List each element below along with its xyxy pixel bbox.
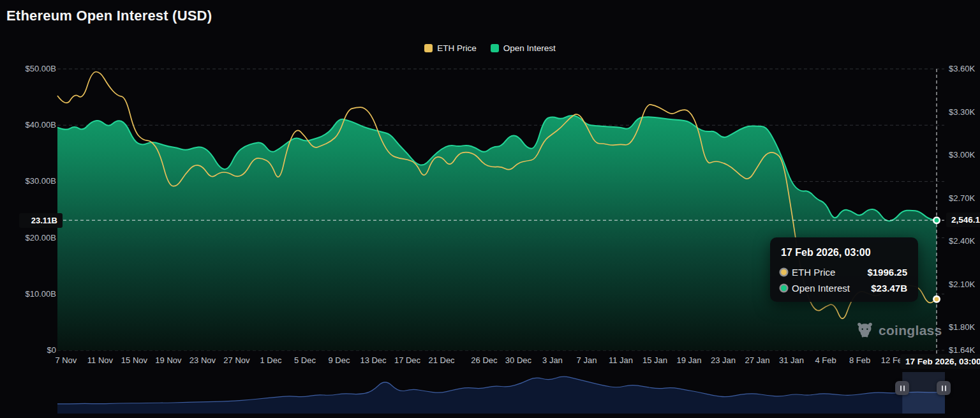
x-axis-label: 3 Jan bbox=[542, 355, 563, 365]
x-axis-label: 11 Jan bbox=[609, 355, 633, 365]
legend-label: ETH Price bbox=[437, 43, 477, 53]
crosshair-left-badge: 23.11B bbox=[19, 213, 63, 228]
x-axis-label: 5 Dec bbox=[294, 355, 316, 365]
y-axis-left-label: $30.00B bbox=[5, 177, 56, 186]
tooltip-series-value: $23.47B bbox=[871, 283, 907, 294]
legend-swatch-icon bbox=[424, 44, 433, 52]
tooltip-date: 17 Feb 2026, 03:00 bbox=[781, 247, 907, 258]
y-axis-right-label: $3.00K bbox=[949, 151, 975, 160]
tooltip-series-label: Open Interest bbox=[792, 283, 850, 294]
chart-tooltip: 17 Feb 2026, 03:00 ETH Price$1996.25Open… bbox=[770, 237, 918, 302]
legend: ETH PriceOpen Interest bbox=[0, 43, 980, 53]
tooltip-series-dot-icon bbox=[781, 269, 787, 275]
legend-item-open-interest[interactable]: Open Interest bbox=[491, 43, 556, 53]
x-axis-label: 13 Dec bbox=[360, 355, 386, 365]
tooltip-series-value: $1996.25 bbox=[867, 267, 907, 278]
legend-swatch-icon bbox=[491, 44, 499, 52]
crosshair-right-badge: 2,546.15 bbox=[946, 213, 980, 227]
x-axis-label: 15 Jan bbox=[642, 355, 667, 365]
x-axis-label: 27 Jan bbox=[745, 355, 770, 365]
x-axis-label: 9 Dec bbox=[329, 355, 350, 365]
navigator-left-handle[interactable] bbox=[895, 381, 909, 395]
navigator-right-handle[interactable] bbox=[937, 381, 951, 395]
y-axis-right-label: $2.10K bbox=[949, 280, 975, 289]
y-axis-left-label: $40.00B bbox=[5, 121, 56, 130]
legend-label: Open Interest bbox=[503, 43, 556, 53]
coinglass-watermark: coinglass bbox=[856, 322, 942, 339]
x-axis-label: 17 Dec bbox=[394, 355, 420, 365]
tooltip-row: ETH Price$1996.25 bbox=[781, 267, 907, 278]
legend-item-eth-price[interactable]: ETH Price bbox=[424, 43, 477, 53]
coinglass-mascot-icon bbox=[856, 322, 873, 339]
x-axis-label: 23 Jan bbox=[711, 355, 736, 365]
x-axis-label: 1 Dec bbox=[260, 355, 281, 365]
y-axis-right-label: $2.70K bbox=[949, 194, 975, 203]
chart-panel: Ethereum Open Interest (USD) ETH PriceOp… bbox=[0, 0, 980, 418]
coinglass-watermark-text: coinglass bbox=[879, 323, 942, 338]
tooltip-series-label: ETH Price bbox=[792, 267, 835, 278]
x-axis-label: 7 Nov bbox=[55, 355, 77, 365]
x-axis-label: 30 Dec bbox=[505, 355, 531, 365]
x-axis-label: 19 Nov bbox=[155, 355, 181, 365]
tooltip-rows: ETH Price$1996.25Open Interest$23.47B bbox=[781, 267, 907, 294]
x-axis-label: 8 Feb bbox=[849, 355, 870, 365]
y-axis-right-label: $3.60K bbox=[949, 64, 975, 73]
y-axis-left-label: $10.00B bbox=[5, 290, 56, 299]
x-axis-label: 15 Nov bbox=[121, 355, 147, 365]
y-axis-left-label: $50.00B bbox=[5, 64, 56, 73]
x-axis-label: 7 Jan bbox=[577, 355, 597, 365]
tooltip-row: Open Interest$23.47B bbox=[781, 283, 907, 294]
y-axis-left-label: $20.00B bbox=[5, 234, 56, 243]
x-axis-label: 27 Nov bbox=[223, 355, 249, 365]
x-axis-label: 4 Feb bbox=[815, 355, 836, 365]
x-axis-label: 21 Dec bbox=[428, 355, 454, 365]
x-axis-label: 11 Nov bbox=[87, 355, 113, 365]
x-axis-label: 26 Dec bbox=[471, 355, 497, 365]
x-axis-label: 23 Nov bbox=[189, 355, 216, 365]
y-axis-right-label: $1.64K bbox=[949, 346, 975, 355]
y-axis-left-label: $0 bbox=[5, 346, 56, 355]
y-axis-right-label: $2.40K bbox=[949, 237, 975, 246]
y-axis-right-label: $3.30K bbox=[949, 108, 975, 117]
y-axis-right-label: $1.80K bbox=[949, 323, 975, 332]
crosshair-date-badge: 17 Feb 2026, 03:00 bbox=[900, 354, 980, 369]
tooltip-series-dot-icon bbox=[781, 285, 787, 291]
x-axis-label: 31 Jan bbox=[779, 355, 804, 365]
x-axis-label: 19 Jan bbox=[676, 355, 701, 365]
